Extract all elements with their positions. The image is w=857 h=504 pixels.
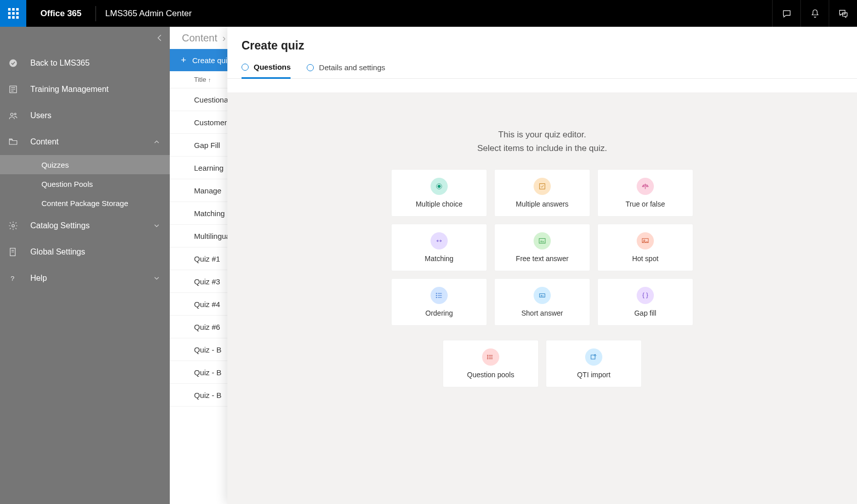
notifications-icon[interactable] [800,0,829,27]
card-ordering[interactable]: Ordering [391,278,487,326]
svg-text:Abc: Abc [540,240,545,243]
svg-rect-22 [591,355,595,359]
card-label: Question pools [467,371,514,379]
radio-icon [242,64,249,71]
question-type-grid: Multiple choice Multiple answers True or… [380,169,704,326]
check-box-icon [534,178,551,195]
qti-import-icon [585,348,602,366]
sort-asc-icon: ↑ [208,77,211,83]
card-label: Free text answer [516,255,568,263]
nav-label: Catalog Settings [30,221,153,230]
editor-intro: This is your quiz editor. Select items t… [227,128,857,155]
panel-tabs: Questions Details and settings [227,56,857,79]
card-multiple-answers[interactable]: Multiple answers [494,169,590,217]
image-spot-icon [637,232,654,249]
svg-text:?: ? [11,275,14,282]
nav-content-package-storage[interactable]: Content Package Storage [0,193,170,213]
create-quiz-panel: Create quiz Questions Details and settin… [227,27,857,504]
panel-title: Create quiz [242,39,843,53]
card-label: Short answer [521,309,563,317]
abc-box-icon: Abc [534,232,551,249]
people-icon [8,111,30,121]
tab-details-settings[interactable]: Details and settings [307,63,385,78]
svg-point-8 [438,185,440,188]
plus-icon: + [181,55,186,66]
list-icon [431,287,448,304]
nav-label: Help [30,274,153,283]
folder-open-icon [8,137,30,147]
list-box-icon [8,84,30,94]
nav-back[interactable]: Back to LMS365 [0,50,170,76]
intro-line: This is your quiz editor. [227,128,857,141]
nav-help[interactable]: ? Help [0,265,170,291]
card-label: Matching [425,255,454,263]
abc-single-icon: Abc [534,287,551,304]
card-label: Ordering [425,309,453,317]
card-label: True or false [626,200,665,208]
check-circle-icon [8,58,30,68]
svg-rect-9 [540,184,545,189]
svg-point-19 [487,355,488,356]
swap-icon [431,232,448,249]
feedback-icon[interactable] [829,0,857,27]
scale-icon [637,178,654,195]
card-question-pools[interactable]: Question pools [443,340,539,387]
svg-point-0 [10,60,17,67]
braces-icon [637,287,654,304]
help-icon: ? [8,273,30,283]
nav-label: Users [30,111,161,120]
card-label: Multiple answers [516,200,568,208]
panel-body: This is your quiz editor. Select items t… [227,92,857,504]
card-multiple-choice[interactable]: Multiple choice [391,169,487,217]
chevron-down-icon [153,274,161,282]
radio-icon [307,64,314,71]
breadcrumb-label: Content [182,32,217,44]
create-quiz-label: Create quiz [193,56,231,65]
card-qti-import[interactable]: QTI import [546,340,642,387]
card-free-text[interactable]: Abc Free text answer [494,224,590,271]
import-grid: Question pools QTI import [227,340,857,387]
card-short-answer[interactable]: Abc Short answer [494,278,590,326]
svg-point-2 [11,113,13,116]
card-matching[interactable]: Matching [391,224,487,271]
app-launcher[interactable] [0,0,26,27]
nav-label: Back to LMS365 [30,59,161,68]
card-label: Hot spot [632,255,658,263]
nav-content[interactable]: Content [0,129,170,155]
tab-label: Questions [254,63,291,71]
nav-global-settings[interactable]: Global Settings [0,239,170,265]
waffle-icon [8,8,19,19]
column-title: Title [194,76,206,83]
nav-content-quizzes[interactable]: Quizzes [0,155,170,174]
svg-point-14 [436,293,437,294]
tab-questions[interactable]: Questions [242,63,291,79]
nav-catalog-settings[interactable]: Catalog Settings [0,213,170,239]
pool-icon [482,348,499,366]
nav-label: Global Settings [30,247,161,257]
nav-users[interactable]: Users [0,103,170,129]
settings-doc-icon [8,247,30,257]
nav-training-management[interactable]: Training Management [0,76,170,103]
brand-label: Office 365 [26,9,96,19]
card-gap-fill[interactable]: Gap fill [597,278,693,326]
svg-point-21 [487,359,488,359]
svg-point-16 [436,297,437,298]
nav-label: Content [30,137,153,146]
card-hot-spot[interactable]: Hot spot [597,224,693,271]
chevron-down-icon [153,222,161,230]
card-true-false[interactable]: True or false [597,169,693,217]
side-nav: Back to LMS365 Training Management Users… [0,27,170,504]
chevron-right-icon: › [222,32,226,44]
svg-text:Abc: Abc [541,294,544,297]
collapse-nav-button[interactable] [155,33,165,45]
nav-content-question-pools[interactable]: Question Pools [0,174,170,193]
radio-dot-icon [431,178,448,195]
top-bar: Office 365 LMS365 Admin Center [0,0,857,27]
chevron-up-icon [153,138,161,146]
gear-icon [8,221,30,231]
svg-point-4 [12,225,15,227]
chat-icon[interactable] [772,0,800,27]
app-title: LMS365 Admin Center [96,9,201,19]
svg-point-20 [487,357,488,358]
tab-label: Details and settings [319,63,385,72]
